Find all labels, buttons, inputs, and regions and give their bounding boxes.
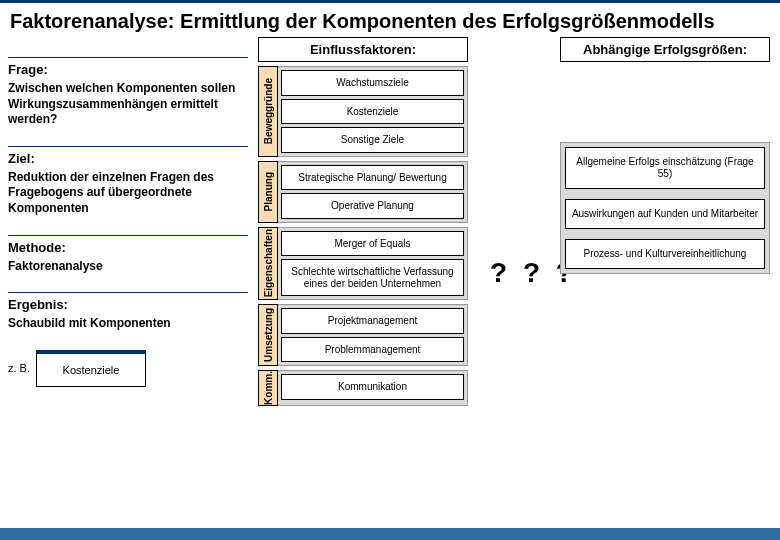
group-eigenschaften: Eigenschaften Merger of Equals Schlechte… (258, 227, 468, 301)
ergebnis-body: Schaubild mit Komponenten (8, 316, 248, 332)
group-label: Eigenschaften (258, 227, 278, 301)
factor-box: Sonstige Ziele (281, 127, 464, 153)
ergebnis-head: Ergebnis: (8, 292, 248, 312)
group-beweggruende: Beweggründe Wachstumsziele Kostenziele S… (258, 66, 468, 157)
factor-box: Schlechte wirtschaftliche Verfassung ein… (281, 259, 464, 296)
title-bar: Faktorenanalyse: Ermittlung der Komponen… (0, 0, 780, 37)
example-box: Kostenziele (36, 350, 146, 387)
footer-bar (0, 528, 780, 540)
example-row: z. B. Kostenziele (8, 350, 248, 387)
example-zb: z. B. (8, 350, 36, 387)
factor-box: Operative Planung (281, 193, 464, 219)
frage-body: Zwischen welchen Komponenten sollen Wirk… (8, 81, 248, 128)
group-label: Planung (258, 161, 278, 223)
ziel-body: Reduktion der einzelnen Fragen des Frage… (8, 170, 248, 217)
page-title: Faktorenanalyse: Ermittlung der Komponen… (10, 9, 770, 33)
dependent-box: Allgemeine Erfolgs einschätzung (Frage 5… (565, 147, 765, 189)
factor-box: Strategische Planung/ Bewertung (281, 165, 464, 191)
group-boxes: Wachstumsziele Kostenziele Sonstige Ziel… (278, 66, 468, 157)
group-umsetzung: Umsetzung Projektmanagement Problemmanag… (258, 304, 468, 366)
dependent-header: Abhängige Erfolgsgrößen: (560, 37, 770, 62)
factor-box: Problemmanagement (281, 337, 464, 363)
dependent-column: Abhängige Erfolgsgrößen: Allgemeine Erfo… (560, 37, 770, 274)
methode-head: Methode: (8, 235, 248, 255)
group-label: Umsetzung (258, 304, 278, 366)
group-boxes: Projektmanagement Problemmanagement (278, 304, 468, 366)
influencing-header: Einflussfaktoren: (258, 37, 468, 62)
dependent-boxes: Allgemeine Erfolgs einschätzung (Frage 5… (560, 142, 770, 274)
factor-box: Kommunikation (281, 374, 464, 400)
group-label: Komm. (258, 370, 278, 406)
group-boxes: Kommunikation (278, 370, 468, 406)
frage-head: Frage: (8, 57, 248, 77)
influencing-factors-column: Einflussfaktoren: Beweggründe Wachstumsz… (258, 37, 468, 410)
dependent-box: Auswirkungen auf Kunden und Mitarbeiter (565, 199, 765, 229)
group-boxes: Strategische Planung/ Bewertung Operativ… (278, 161, 468, 223)
factor-box: Wachstumsziele (281, 70, 464, 96)
factor-box: Projektmanagement (281, 308, 464, 334)
main-diagram: Frage: Zwischen welchen Komponenten soll… (0, 37, 780, 517)
group-label: Beweggründe (258, 66, 278, 157)
group-kommunikation: Komm. Kommunikation (258, 370, 468, 406)
dependent-box: Prozess- und Kulturvereinheitlichung (565, 239, 765, 269)
group-boxes: Merger of Equals Schlechte wirtschaftlic… (278, 227, 468, 301)
left-column: Frage: Zwischen welchen Komponenten soll… (8, 57, 248, 387)
factor-box: Merger of Equals (281, 231, 464, 257)
group-planung: Planung Strategische Planung/ Bewertung … (258, 161, 468, 223)
factor-box: Kostenziele (281, 99, 464, 125)
methode-body: Faktorenanalyse (8, 259, 248, 275)
ziel-head: Ziel: (8, 146, 248, 166)
